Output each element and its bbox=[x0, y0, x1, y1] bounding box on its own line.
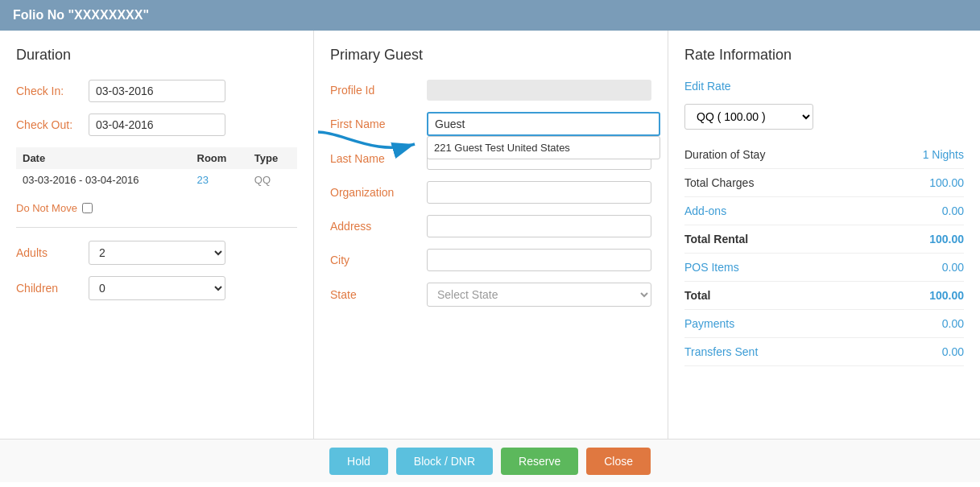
check-out-label: Check Out: bbox=[16, 118, 89, 131]
duration-title: Duration bbox=[16, 47, 297, 64]
address-row: Address bbox=[330, 215, 651, 237]
guest-panel: Primary Guest Profile Id First Name bbox=[314, 31, 668, 439]
autocomplete-dropdown: 221 Guest Test United States bbox=[427, 136, 660, 159]
hold-button[interactable]: Hold bbox=[329, 448, 388, 475]
rate-row-label[interactable]: Transfers Sent bbox=[684, 345, 758, 358]
duration-table: Date Room Type 03-03-2016 - 03-04-201623… bbox=[16, 147, 297, 191]
children-label: Children bbox=[16, 282, 89, 295]
check-out-input[interactable] bbox=[89, 113, 225, 136]
edit-rate-link[interactable]: Edit Rate bbox=[684, 80, 964, 93]
organization-label: Organization bbox=[330, 186, 427, 199]
title-bar: Folio No "XXXXXXXX" bbox=[0, 0, 980, 31]
address-input[interactable] bbox=[427, 215, 651, 237]
city-label: City bbox=[330, 254, 427, 266]
rate-info-row: Duration of Stay1 Nights bbox=[684, 142, 964, 167]
rate-row-label[interactable]: Add-ons bbox=[684, 204, 726, 217]
table-room[interactable]: 23 bbox=[191, 169, 248, 191]
rate-divider bbox=[684, 281, 964, 282]
rate-divider bbox=[684, 337, 964, 338]
profile-id-input bbox=[427, 80, 651, 101]
rate-row-label[interactable]: Payments bbox=[684, 317, 734, 330]
first-name-autocomplete: 221 Guest Test United States bbox=[427, 112, 660, 136]
profile-id-row: Profile Id bbox=[330, 80, 651, 101]
folio-title: Folio No "XXXXXXXX" bbox=[13, 8, 149, 22]
first-name-row: First Name 221 Guest Test United States bbox=[330, 112, 651, 136]
rate-row-value: 1 Nights bbox=[923, 148, 964, 161]
rate-divider bbox=[684, 225, 964, 225]
adults-row: Adults 1234 bbox=[16, 241, 297, 265]
col-type: Type bbox=[248, 147, 297, 169]
rate-row-value: 0.00 bbox=[942, 317, 964, 330]
rate-row-value: 0.00 bbox=[942, 204, 964, 217]
autocomplete-item[interactable]: 221 Guest Test United States bbox=[428, 137, 660, 159]
rate-row-value: 100.00 bbox=[929, 233, 964, 246]
state-select[interactable]: Select State bbox=[427, 283, 651, 307]
rate-divider bbox=[684, 309, 964, 310]
rate-row-value: 100.00 bbox=[929, 176, 964, 189]
check-out-row: Check Out: bbox=[16, 113, 297, 136]
rate-divider bbox=[684, 168, 964, 169]
rate-row-label: Total Rental bbox=[684, 233, 748, 246]
first-name-input[interactable] bbox=[427, 112, 660, 136]
rate-select[interactable]: QQ ( 100.00 ) bbox=[684, 104, 813, 130]
rate-info-row: Transfers Sent0.00 bbox=[684, 340, 964, 364]
state-row: State Select State bbox=[330, 283, 651, 307]
rate-row-label: Total Charges bbox=[684, 176, 754, 189]
col-room: Room bbox=[191, 147, 248, 169]
profile-id-label: Profile Id bbox=[330, 84, 427, 97]
table-date: 03-03-2016 - 03-04-2016 bbox=[16, 169, 191, 191]
rate-info-row: Total100.00 bbox=[684, 283, 964, 307]
rate-panel: Rate Information Edit Rate QQ ( 100.00 )… bbox=[668, 31, 980, 439]
do-not-move-label: Do Not Move bbox=[16, 202, 77, 214]
rate-row-label[interactable]: POS Items bbox=[684, 261, 739, 274]
check-in-input[interactable] bbox=[89, 80, 225, 102]
rate-info-row: POS Items0.00 bbox=[684, 255, 964, 279]
city-input[interactable] bbox=[427, 249, 651, 271]
do-not-move-checkbox[interactable] bbox=[82, 203, 93, 213]
rate-row-label: Duration of Stay bbox=[684, 148, 765, 161]
rate-info-row: Add-ons0.00 bbox=[684, 199, 964, 223]
rate-dropdown-row: QQ ( 100.00 ) bbox=[684, 104, 964, 130]
divider-1 bbox=[16, 227, 297, 228]
rate-row-value: 100.00 bbox=[929, 289, 964, 302]
footer: Hold Block / DNR Reserve Close bbox=[0, 439, 980, 482]
rate-divider bbox=[684, 196, 964, 197]
adults-select[interactable]: 1234 bbox=[89, 241, 225, 265]
table-row: 03-03-2016 - 03-04-201623QQ bbox=[16, 169, 297, 191]
children-row: Children 0123 bbox=[16, 276, 297, 300]
adults-label: Adults bbox=[16, 246, 89, 259]
rate-rows-container: Duration of Stay1 NightsTotal Charges100… bbox=[684, 142, 964, 366]
last-name-label: Last Name bbox=[330, 152, 427, 165]
do-not-move-row: Do Not Move bbox=[16, 202, 297, 214]
reserve-button[interactable]: Reserve bbox=[501, 448, 578, 475]
duration-panel: Duration Check In: Check Out: Date Room … bbox=[0, 31, 314, 439]
organization-row: Organization bbox=[330, 181, 651, 204]
rate-divider bbox=[684, 253, 964, 254]
rate-title: Rate Information bbox=[684, 47, 964, 64]
organization-input[interactable] bbox=[427, 181, 651, 204]
close-button[interactable]: Close bbox=[586, 448, 651, 475]
rate-row-value: 0.00 bbox=[942, 261, 964, 274]
rate-row-label: Total bbox=[684, 289, 710, 302]
rate-divider bbox=[684, 365, 964, 366]
city-row: City bbox=[330, 249, 651, 271]
rate-row-value: 0.00 bbox=[942, 345, 964, 358]
state-label: State bbox=[330, 288, 427, 301]
children-select[interactable]: 0123 bbox=[89, 276, 225, 300]
address-label: Address bbox=[330, 220, 427, 233]
main-content: Duration Check In: Check Out: Date Room … bbox=[0, 31, 980, 439]
rate-info-row: Total Rental100.00 bbox=[684, 227, 964, 251]
table-type: QQ bbox=[248, 169, 297, 191]
rate-info-row: Payments0.00 bbox=[684, 312, 964, 336]
guest-title: Primary Guest bbox=[330, 47, 651, 64]
first-name-label: First Name bbox=[330, 118, 427, 130]
block-button[interactable]: Block / DNR bbox=[396, 448, 493, 475]
rate-info-row: Total Charges100.00 bbox=[684, 171, 964, 195]
check-in-row: Check In: bbox=[16, 80, 297, 102]
col-date: Date bbox=[16, 147, 191, 169]
check-in-label: Check In: bbox=[16, 85, 89, 97]
